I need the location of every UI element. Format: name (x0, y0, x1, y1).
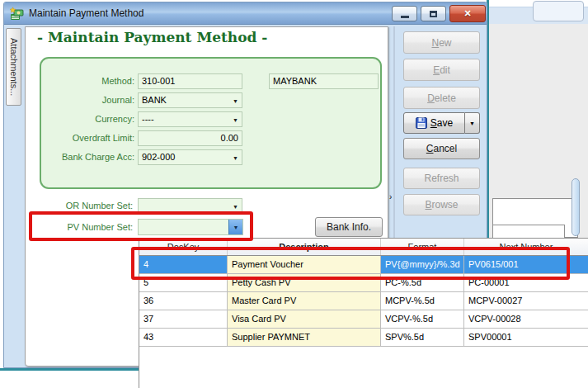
column-header: DocKey (139, 239, 228, 255)
chevron-down-icon: ▼ (233, 112, 238, 126)
table-cell-description[interactable]: Payment Voucher (228, 256, 381, 273)
delete-button[interactable]: Delete (403, 87, 480, 109)
bank-info-button[interactable]: Bank Info. (315, 217, 383, 237)
table-row[interactable]: 36Master Card PVMCPV-%.5dMCPV-00027 (139, 292, 588, 310)
table-cell-format[interactable]: PC-%.5d (381, 274, 464, 291)
chevron-down-icon: ▼ (233, 93, 238, 107)
screenshot-root: Maintain Payment Method ✕ Attachments...… (0, 0, 588, 388)
dialog-title: Maintain Payment Method (29, 2, 143, 24)
table-cell-next_number[interactable]: PV0615/001 (464, 256, 588, 273)
table-cell-description[interactable]: Master Card PV (228, 292, 381, 310)
table-cell-format[interactable]: VCPV-%.5d (381, 310, 464, 328)
table-row[interactable]: 37Visa Card PVVCPV-%.5dVCPV-00028 (139, 310, 588, 329)
table-cell-next_number[interactable]: VCPV-00028 (464, 310, 588, 328)
chevron-down-icon: ▼ (233, 199, 238, 213)
refresh-button[interactable]: Refresh (403, 168, 480, 189)
minimize-button[interactable] (392, 6, 417, 21)
table-cell-description[interactable]: Supplier PAYMNET (228, 329, 381, 346)
table-cell-format[interactable]: PV{@mmyy}/%.3d (381, 256, 464, 273)
table-row[interactable]: 43Supplier PAYMNETSPV%.5dSPV00001 (139, 329, 588, 347)
currency-combo[interactable]: ---- ▼ (138, 111, 242, 127)
journal-label: Journal: (37, 92, 134, 108)
table-cell-dockey[interactable]: 43 (139, 329, 228, 346)
journal-combo[interactable]: BANK ▼ (138, 92, 242, 108)
pv-number-set-dropdown-grid: DocKeyDescriptionFormatNext Number 4Paym… (139, 238, 588, 388)
floppy-disk-icon (416, 117, 427, 129)
method-code-field[interactable]: 310-001 (138, 73, 242, 89)
dialog-titlebar[interactable]: Maintain Payment Method ✕ (4, 2, 487, 25)
bank-charge-acc-combo[interactable]: 902-000 ▼ (138, 149, 242, 165)
column-header: Format (381, 239, 464, 255)
column-header: Next Number (464, 239, 588, 255)
table-cell-dockey[interactable]: 36 (139, 292, 228, 310)
maximize-button[interactable] (421, 6, 446, 21)
cancel-button[interactable]: Cancel (403, 138, 480, 159)
currency-label: Currency: (37, 111, 134, 127)
browse-button[interactable]: Browse (403, 194, 480, 215)
minimize-icon (401, 16, 409, 18)
form-heading: - Maintain Payment Method - (37, 29, 267, 45)
table-cell-format[interactable]: MCPV-%.5d (381, 292, 464, 310)
table-cell-format[interactable]: SPV%.5d (381, 329, 464, 346)
pv-number-set-dropdown-button[interactable]: ▼ (228, 220, 242, 234)
save-options-dropdown-button[interactable]: ▼ (465, 112, 480, 134)
chevron-down-icon: ▼ (233, 150, 238, 164)
attachments-tab[interactable]: Attachments... (6, 28, 21, 106)
table-row[interactable]: 4Payment VoucherPV{@mmyy}/%.3dPV0615/001 (139, 256, 588, 274)
or-number-set-label: OR Number Set: (35, 198, 133, 214)
table-cell-next_number[interactable]: MCPV-00027 (464, 292, 588, 310)
maximize-icon (430, 11, 437, 17)
edit-button[interactable]: Edit (403, 59, 480, 81)
pv-number-set-combo[interactable]: ▼ (138, 219, 243, 235)
parent-window-scrollbar[interactable] (572, 178, 580, 236)
table-cell-dockey[interactable]: 37 (139, 310, 228, 328)
table-cell-dockey[interactable]: 4 (139, 256, 228, 273)
table-cell-description[interactable]: Visa Card PV (228, 310, 381, 328)
overdraft-limit-field[interactable]: 0.00 (138, 130, 242, 146)
column-header: Description (228, 239, 381, 255)
close-button[interactable]: ✕ (449, 5, 486, 22)
table-cell-next_number[interactable]: PC-00001 (464, 274, 588, 291)
bank-charge-acc-label: Bank Charge Acc: (37, 149, 134, 165)
table-row[interactable]: 5Petty Cash PVPC-%.5dPC-00001 (139, 274, 588, 292)
method-name-field[interactable]: MAYBANK (269, 73, 379, 89)
save-button[interactable]: Save (403, 112, 465, 134)
new-button[interactable]: New (403, 31, 480, 54)
dropdown-table-header: DocKeyDescriptionFormatNext Number (139, 239, 588, 256)
overdraft-limit-label: Overdraft Limit: (37, 130, 134, 146)
parent-window-button (533, 1, 584, 21)
or-number-set-combo[interactable]: ▼ (138, 198, 242, 214)
dropdown-table-rows: 4Payment VoucherPV{@mmyy}/%.3dPV0615/001… (139, 256, 588, 347)
save-split-button: Save ▼ (403, 112, 480, 134)
chevron-down-icon: ▼ (469, 121, 475, 126)
table-cell-dockey[interactable]: 5 (139, 274, 228, 291)
payment-method-app-icon (10, 7, 24, 21)
table-cell-next_number[interactable]: SPV00001 (464, 329, 588, 346)
method-label: Method: (37, 73, 134, 89)
pv-number-set-label: PV Number Set: (35, 220, 133, 235)
chevron-down-icon: ▼ (233, 220, 239, 234)
close-icon: ✕ (463, 8, 471, 19)
table-cell-description[interactable]: Petty Cash PV (228, 274, 381, 291)
splitter-expand-arrow[interactable]: › (389, 192, 392, 201)
